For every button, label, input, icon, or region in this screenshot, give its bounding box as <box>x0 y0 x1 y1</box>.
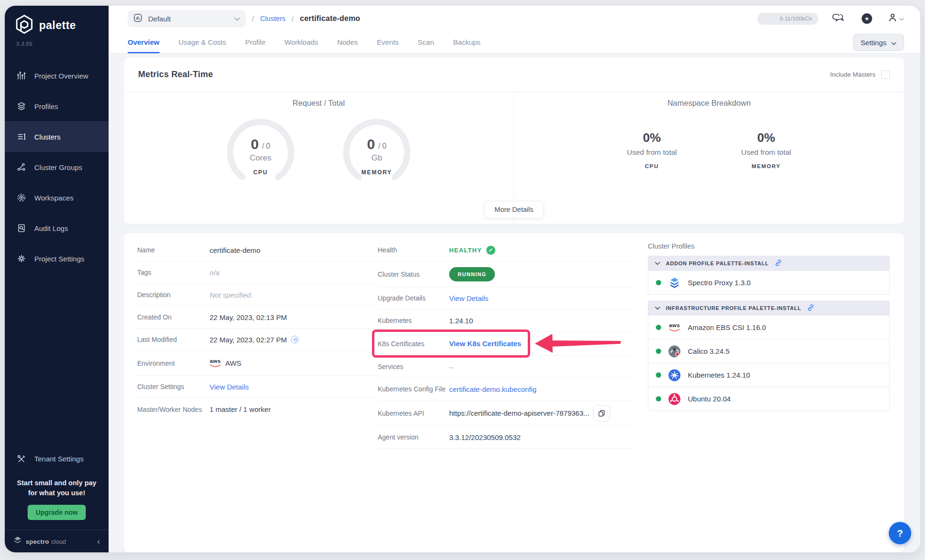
row-value: 22 May, 2023, 02:13 PM <box>210 313 287 321</box>
row-label: Agent version <box>378 433 449 441</box>
namespace-stats: 0% Used from total CPU 0% Used from tota… <box>514 130 904 169</box>
copy-button[interactable] <box>593 405 610 421</box>
cpu-caption: Used from total <box>616 148 688 157</box>
breadcrumb-clusters-link[interactable]: Clusters <box>260 15 285 22</box>
sidebar-item-label: Project Settings <box>34 255 84 263</box>
settings-button[interactable]: Settings <box>853 34 904 51</box>
memory-total-value: 0 <box>382 142 387 151</box>
sidebar-item-project-overview[interactable]: Project Overview <box>5 60 109 91</box>
tab-nodes[interactable]: Nodes <box>337 38 358 53</box>
row-label: Master/Worker Nodes <box>137 406 210 413</box>
detail-row-cluster-status: Cluster Status RUNNING <box>378 261 633 287</box>
project-scope-icon <box>133 13 142 24</box>
tab-profile[interactable]: Profile <box>245 38 266 53</box>
detail-row-kubernetes: Kubernetes 1.24.10 <box>378 310 633 332</box>
more-details-button[interactable]: More Details <box>484 201 543 218</box>
detail-row-description: Description Not specified. <box>137 284 378 306</box>
cluster-profiles-column: Cluster Profiles ADDON PROFILE PALETTE-I… <box>633 239 890 552</box>
tab-scan[interactable]: Scan <box>418 38 434 53</box>
memory-request-value: 0 <box>367 137 375 151</box>
chat-icon[interactable] <box>832 13 845 24</box>
check-circle-icon: ✓ <box>486 246 495 255</box>
infrastructure-profile-group: INFRASTRUCTURE PROFILE PALETTE-INSTALL <box>648 300 890 411</box>
row-label: Upgrade Details <box>378 294 449 302</box>
addon-profile-header[interactable]: ADDON PROFILE PALETTE-INSTALL <box>648 256 889 270</box>
tab-events[interactable]: Events <box>377 38 399 53</box>
settings-button-label: Settings <box>861 39 886 47</box>
collapse-sidebar-icon[interactable]: ‹ <box>97 537 100 546</box>
profile-pack-calico[interactable]: Calico 3.24.5 <box>648 339 889 363</box>
infrastructure-profile-header[interactable]: INFRASTRUCTURE PROFILE PALETTE-INSTALL <box>648 301 889 315</box>
sidebar-spacer <box>5 274 109 446</box>
metrics-card: Metrics Real-Time Include Masters Reques… <box>124 58 904 224</box>
detail-row-k8s-certificates: K8s Certificates View K8s Certificates <box>378 332 633 356</box>
kubernetes-logo <box>668 369 681 382</box>
gear-icon <box>16 254 27 263</box>
profile-pack-spectro-proxy[interactable]: Spectro Proxy 1.3.0 <box>648 270 889 294</box>
row-label: Cluster Settings <box>137 383 210 390</box>
star-badge-icon[interactable]: ★ <box>862 13 872 24</box>
main-area: Default / Clusters / certificate-demo 0.… <box>109 6 920 552</box>
sidebar-nav: Project Overview Profiles <box>5 60 109 274</box>
sidebar-item-tenant-settings[interactable]: Tenant Settings <box>5 446 109 472</box>
tab-usage-costs[interactable]: Usage & Costs <box>179 38 226 53</box>
chevron-down-icon <box>655 305 660 311</box>
sidebar-item-audit-logs[interactable]: Audit Logs <box>5 213 109 243</box>
link-icon[interactable] <box>807 304 814 312</box>
sidebar-item-label: Workspaces <box>34 194 73 202</box>
pack-status-dot <box>656 280 661 285</box>
row-value: Not specified. <box>210 291 253 299</box>
upgrade-now-button[interactable]: Upgrade now <box>28 505 86 520</box>
spectro-cloud-logo-icon <box>13 536 22 547</box>
row-label: Description <box>137 291 210 299</box>
details-left-column: Name certificate-demo Tags n/a Descripti… <box>137 239 378 552</box>
breadcrumb-separator: / <box>252 15 254 23</box>
sidebar-item-cluster-groups[interactable]: Cluster Groups <box>5 152 109 182</box>
cluster-settings-view-details-link[interactable]: View Details <box>210 383 249 391</box>
profile-pack-amazon-ebs[interactable]: aws Amazon EBS CSI 1.16.0 <box>648 315 889 339</box>
aws-logo: aws <box>210 359 221 368</box>
sidebar-item-clusters[interactable]: Clusters <box>5 121 109 152</box>
detail-row-health: Health HEALTHY ✓ <box>378 239 633 261</box>
memory-gauge-label: MEMORY <box>362 169 392 176</box>
row-value: n/a <box>210 269 220 277</box>
sidebar-item-project-settings[interactable]: Project Settings <box>5 243 109 274</box>
header-row-2: Overview Usage & Costs Profile Workloads… <box>109 31 920 53</box>
chevron-down-icon <box>899 14 904 23</box>
view-k8s-certificates-link[interactable]: View K8s Certificates <box>449 340 521 348</box>
link-icon[interactable] <box>774 259 782 268</box>
include-masters-checkbox[interactable] <box>881 70 890 79</box>
project-selector[interactable]: Default <box>128 10 246 27</box>
user-menu[interactable] <box>888 13 904 24</box>
gauge-text: 0 / 0 Gb MEMORY <box>336 112 417 192</box>
detail-row-master-worker: Master/Worker Nodes 1 master / 1 worker <box>137 398 378 420</box>
profile-pack-kubernetes[interactable]: Kubernetes 1.24.10 <box>648 363 889 387</box>
namespace-memory-stat: 0% Used from total MEMORY <box>731 130 802 169</box>
tab-overview[interactable]: Overview <box>128 38 160 53</box>
cpu-unit: Cores <box>250 153 271 163</box>
tab-backups[interactable]: Backups <box>453 38 481 53</box>
help-button[interactable]: ? <box>889 522 911 544</box>
sidebar-item-label: Cluster Groups <box>34 163 82 171</box>
sidebar-item-profiles[interactable]: Profiles <box>5 91 109 121</box>
promo-line1: Start small and only pay <box>12 478 101 488</box>
cpu-request-value: 0 <box>251 137 259 151</box>
cluster-profiles-title: Cluster Profiles <box>648 242 890 250</box>
history-icon[interactable]: ⟲ <box>291 336 299 343</box>
detail-row-tags: Tags n/a <box>137 261 378 284</box>
upgrade-view-details-link[interactable]: View Details <box>449 294 488 302</box>
header-row-1: Default / Clusters / certificate-demo 0.… <box>109 6 920 31</box>
cpu-stat-label: CPU <box>616 163 688 169</box>
memory-gauge: 0 / 0 Gb MEMORY <box>336 112 417 192</box>
palette-logo-icon <box>14 14 34 36</box>
ubuntu-logo <box>668 392 681 406</box>
cluster-details-card: Name certificate-demo Tags n/a Descripti… <box>124 233 904 552</box>
sidebar-item-workspaces[interactable]: Workspaces <box>5 182 109 213</box>
arrow-annotation <box>535 331 622 356</box>
gauge-text: 0 / 0 Cores CPU <box>220 112 301 192</box>
pack-name: Kubernetes 1.24.10 <box>688 371 750 379</box>
tab-workloads[interactable]: Workloads <box>284 38 318 53</box>
row-value: 3.3.12/20230509.0532 <box>449 433 521 441</box>
profile-pack-ubuntu[interactable]: Ubuntu 20.04 <box>648 387 889 410</box>
kubeconfig-download-link[interactable]: certificate-demo.kubeconfig <box>449 385 536 393</box>
